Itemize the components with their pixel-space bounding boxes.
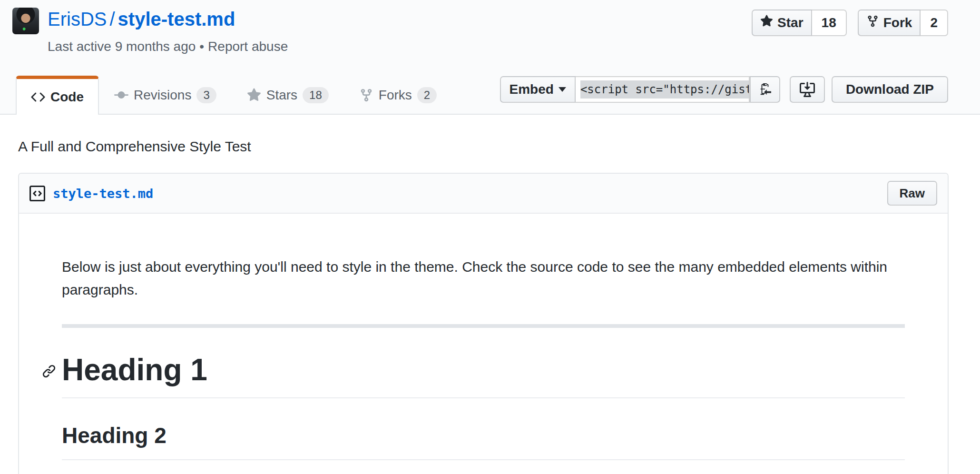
fork-button[interactable]: Fork: [858, 10, 921, 36]
file-box: style-test.md Raw Below is just about ev…: [18, 173, 949, 474]
star-icon: [247, 88, 261, 102]
tab-revisions[interactable]: Revisions 3: [99, 76, 232, 115]
tab-stars[interactable]: Stars 18: [232, 76, 344, 115]
copy-to-clipboard-button[interactable]: [750, 76, 780, 103]
tab-nav: Code Revisions 3 Stars 18 Forks 2: [16, 76, 452, 115]
anchor-link-icon[interactable]: [42, 364, 56, 378]
desktop-download-icon: [800, 82, 815, 97]
fork-icon: [866, 15, 879, 31]
commit-icon: [114, 88, 128, 102]
meta-dot: •: [196, 39, 208, 54]
tab-forks-label: Forks: [379, 88, 412, 103]
heading-1-text: Heading 1: [62, 353, 207, 387]
tab-code[interactable]: Code: [16, 76, 99, 115]
tab-revisions-count: 3: [196, 87, 216, 104]
tab-stars-count: 18: [303, 87, 329, 104]
fork-count[interactable]: 2: [921, 10, 948, 36]
gist-description: A Full and Comprehensive Style Test: [18, 138, 980, 155]
star-button-label: Star: [777, 15, 803, 30]
tab-revisions-label: Revisions: [134, 88, 191, 103]
embed-dropdown-button[interactable]: Embed: [500, 76, 576, 103]
fork-button-label: Fork: [883, 15, 912, 30]
avatar[interactable]: [12, 8, 39, 34]
title-separator: /: [107, 9, 118, 30]
intro-paragraph: Below is just about everything you'll ne…: [62, 256, 905, 301]
gist-name-link[interactable]: style-test.md: [118, 9, 235, 30]
embed-snippet-value: <script src="https://gist.: [580, 80, 750, 99]
star-icon: [760, 15, 773, 31]
download-zip-button[interactable]: Download ZIP: [832, 76, 948, 103]
page-header-band: ErisDS/style-test.md Last active 9 month…: [0, 0, 980, 115]
embed-snippet-input[interactable]: <script src="https://gist.: [576, 76, 750, 103]
code-icon: [31, 90, 45, 104]
gist-meta: Last active 9 months ago•Report abuse: [48, 39, 288, 54]
fork-button-group: Fork 2: [858, 10, 948, 36]
tab-stars-label: Stars: [266, 88, 297, 103]
chevron-down-icon: [559, 87, 566, 92]
gist-title: ErisDS/style-test.md: [48, 9, 235, 30]
heading-2-text: Heading 2: [62, 423, 167, 448]
tab-forks-count: 2: [417, 87, 437, 104]
raw-button[interactable]: Raw: [887, 181, 937, 206]
last-active-text: Last active 9 months ago: [48, 39, 196, 54]
heading-1: Heading 1: [62, 351, 905, 398]
tab-code-label: Code: [50, 89, 84, 105]
owner-link[interactable]: ErisDS: [48, 9, 107, 30]
star-button-group: Star 18: [752, 10, 847, 36]
fork-icon: [359, 88, 373, 102]
star-count[interactable]: 18: [812, 10, 847, 36]
star-button[interactable]: Star: [752, 10, 812, 36]
clipboard-icon: [759, 82, 771, 97]
file-code-icon: [29, 186, 45, 201]
report-abuse-link[interactable]: Report abuse: [208, 39, 288, 54]
file-name-link[interactable]: style-test.md: [53, 186, 153, 201]
file-header: style-test.md Raw: [19, 174, 948, 214]
embed-dropdown-label: Embed: [510, 82, 554, 97]
tab-forks[interactable]: Forks 2: [344, 76, 452, 115]
gist-main: A Full and Comprehensive Style Test styl…: [0, 115, 980, 474]
embed-toolbar: Embed <script src="https://gist. Downloa…: [500, 76, 948, 103]
markdown-body: Below is just about everything you'll ne…: [19, 214, 948, 474]
desktop-download-button[interactable]: [790, 76, 825, 103]
social-buttons: Star 18 Fork 2: [752, 10, 948, 36]
horizontal-rule: [62, 324, 905, 328]
heading-2: Heading 2: [62, 422, 905, 460]
